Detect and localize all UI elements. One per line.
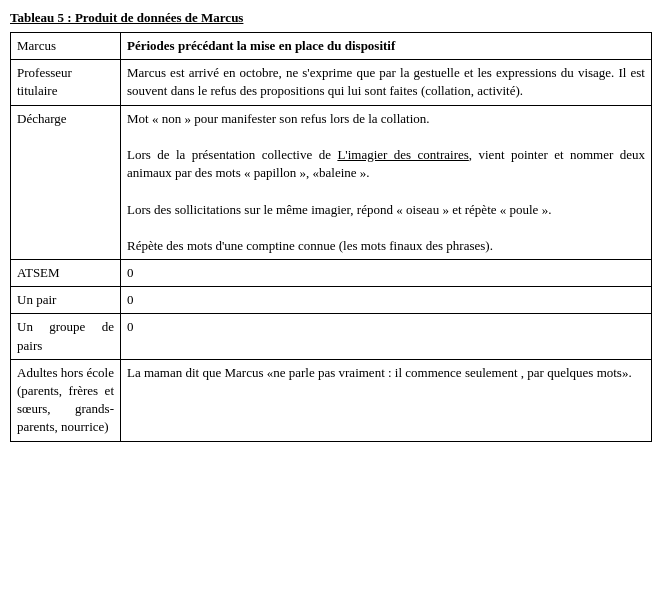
table-header-row: Marcus Périodes précédant la mise en pla… — [11, 33, 652, 60]
row-label-2: ATSEM — [11, 260, 121, 287]
header-col2: Périodes précédant la mise en place du d… — [121, 33, 652, 60]
row-label-4: Un groupe de pairs — [11, 314, 121, 359]
row-content-5: La maman dit que Marcus «ne parle pas vr… — [121, 359, 652, 441]
row-label-0: Professeur titulaire — [11, 60, 121, 105]
row-label-3: Un pair — [11, 287, 121, 314]
page-title: Tableau 5 : Produit de données de Marcus — [10, 10, 652, 26]
table-row: DéchargeMot « non » pour manifester son … — [11, 105, 652, 260]
header-col1: Marcus — [11, 33, 121, 60]
row-content-4: 0 — [121, 314, 652, 359]
row-content-3: 0 — [121, 287, 652, 314]
data-table: Marcus Périodes précédant la mise en pla… — [10, 32, 652, 442]
row-label-1: Décharge — [11, 105, 121, 260]
table-row: Adultes hors école (parents, frères et s… — [11, 359, 652, 441]
row-label-5: Adultes hors école (parents, frères et s… — [11, 359, 121, 441]
table-row: Professeur titulaireMarcus est arrivé en… — [11, 60, 652, 105]
table-row: Un pair0 — [11, 287, 652, 314]
row-content-0: Marcus est arrivé en octobre, ne s'expri… — [121, 60, 652, 105]
table-row: ATSEM0 — [11, 260, 652, 287]
row-content-1: Mot « non » pour manifester son refus lo… — [121, 105, 652, 260]
row-content-2: 0 — [121, 260, 652, 287]
table-row: Un groupe de pairs0 — [11, 314, 652, 359]
